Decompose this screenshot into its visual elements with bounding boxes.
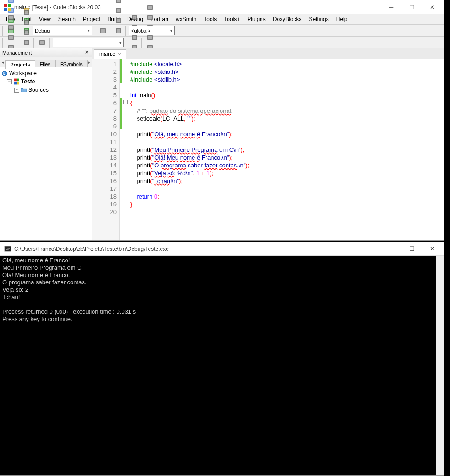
sel-back-button[interactable] xyxy=(129,12,139,22)
maximize-button[interactable]: ☐ xyxy=(401,1,422,14)
doxy-button[interactable] xyxy=(22,38,32,48)
editor-tab-close-icon[interactable]: × xyxy=(118,51,121,57)
tree-project[interactable]: − Teste xyxy=(1,77,91,86)
menu-project[interactable]: Project xyxy=(79,15,104,23)
console-titlebar[interactable]: C:\ C:\Users\Franco\Desktop\cb\Projeto\T… xyxy=(0,242,444,256)
management-panel: Management × ◂ ProjectsFilesFSymbols ▸ W… xyxy=(0,48,92,240)
svg-rect-71 xyxy=(25,21,28,24)
menubar: FileEditViewSearchProjectBuildDebugFortr… xyxy=(0,14,444,24)
cursor-button[interactable] xyxy=(145,2,155,12)
minimize-button[interactable]: ─ xyxy=(381,1,401,14)
search-combo[interactable] xyxy=(53,38,124,47)
fold-column[interactable]: − xyxy=(122,59,128,240)
menu-wxsmith[interactable]: wxSmith xyxy=(172,15,200,23)
editor-area: main.c × 1234567891011121314151617181920… xyxy=(92,48,444,240)
step-into-button[interactable] xyxy=(113,6,123,16)
folder-icon xyxy=(21,87,27,93)
codeblocks-main-window: main.c [Teste] - Code::Blocks 20.03 ─ ☐ … xyxy=(0,0,444,241)
code-editor[interactable]: 1234567891011121314151617181920 − #inclu… xyxy=(92,59,444,240)
menu-doxyblocks[interactable]: DoxyBlocks xyxy=(269,15,306,23)
console-output[interactable]: Olá, meu nome é Franco! Meu Primeiro Pro… xyxy=(0,256,444,475)
bookmark-toggle-button[interactable] xyxy=(6,33,16,43)
nav-fwd-button[interactable] xyxy=(6,22,16,33)
tree-project-expander[interactable]: − xyxy=(7,79,12,84)
menu-settings[interactable]: Settings xyxy=(305,15,332,23)
svg-rect-41 xyxy=(117,9,120,12)
console-maximize-button[interactable]: ☐ xyxy=(401,243,422,255)
svg-rect-75 xyxy=(25,41,28,44)
svg-rect-43 xyxy=(117,19,120,22)
svg-rect-33 xyxy=(101,29,105,33)
console-text: Olá, meu nome é Franco! Meu Primeiro Pro… xyxy=(2,257,136,322)
mgmt-tabs-scroll-left[interactable]: ◂ xyxy=(0,58,5,67)
console-scrollbar[interactable] xyxy=(436,256,444,475)
management-close-icon[interactable]: × xyxy=(83,49,90,55)
step-out-button[interactable] xyxy=(113,16,123,26)
main-titlebar[interactable]: main.c [Teste] - Code::Blocks 20.03 ─ ☐ … xyxy=(0,0,444,14)
win1-button[interactable] xyxy=(145,12,155,22)
fold-toggle[interactable]: − xyxy=(123,100,128,104)
show-target-button[interactable] xyxy=(98,26,108,36)
svg-rect-85 xyxy=(40,41,44,44)
next-instr-button[interactable] xyxy=(113,26,123,36)
project-tree[interactable]: Workspace − Teste + Sources xyxy=(0,67,92,240)
menu-search[interactable]: Search xyxy=(55,15,79,23)
svg-rect-73 xyxy=(25,31,28,34)
app-icon xyxy=(4,4,11,11)
console-window: C:\ C:\Users\Franco\Desktop\cb\Projeto\T… xyxy=(0,242,444,476)
toolbar-row-1: Debug <global> xyxy=(0,24,444,36)
close-button[interactable]: ✕ xyxy=(422,1,443,14)
menu-tools[interactable]: Tools xyxy=(200,15,220,23)
editor-tab-label: main.c xyxy=(99,51,115,57)
svg-rect-57 xyxy=(9,16,13,19)
main-title: main.c [Teste] - Code::Blocks 20.03 xyxy=(14,4,381,11)
svg-rect-89 xyxy=(133,16,136,19)
console-title: C:\Users\Franco\Desktop\cb\Projeto\Teste… xyxy=(14,246,381,252)
build-target-combo[interactable]: Debug xyxy=(33,26,92,35)
svg-rect-69 xyxy=(25,11,28,14)
mgmt-tab-projects[interactable]: Projects xyxy=(5,60,35,69)
editor-tab-main-c[interactable]: main.c × xyxy=(94,49,126,59)
management-tabs: ◂ ProjectsFilesFSymbols ▸ xyxy=(0,57,92,67)
svg-rect-5 xyxy=(9,0,13,2)
svg-rect-93 xyxy=(133,36,136,39)
console-icon: C:\ xyxy=(4,245,11,253)
tree-sources-expander[interactable]: + xyxy=(14,88,19,93)
mgmt-tabs-scroll-right[interactable]: ▸ xyxy=(87,58,92,67)
refresh-button[interactable] xyxy=(22,17,32,28)
tree-sources-folder[interactable]: + Sources xyxy=(1,86,91,94)
menu-tools[interactable]: Tools+ xyxy=(220,15,244,23)
intellisense-button[interactable] xyxy=(22,7,32,17)
project-icon xyxy=(13,78,20,85)
tree-workspace[interactable]: Workspace xyxy=(1,69,91,77)
code-content[interactable]: #include <locale.h>#include <stdio.h>#in… xyxy=(128,59,444,240)
menu-view[interactable]: View xyxy=(35,15,55,23)
management-title: Management xyxy=(2,50,32,55)
tree-workspace-label: Workspace xyxy=(9,70,37,77)
console-minimize-button[interactable]: ─ xyxy=(381,243,401,255)
tree-sources-label: Sources xyxy=(28,87,49,93)
management-header[interactable]: Management × xyxy=(0,48,92,57)
svg-rect-59 xyxy=(9,26,13,29)
next-line-button[interactable] xyxy=(113,0,123,6)
nav-back-button[interactable] xyxy=(6,12,16,22)
svg-rect-103 xyxy=(148,16,152,19)
tree-project-label: Teste xyxy=(21,78,35,85)
comment-block-button[interactable] xyxy=(22,28,32,38)
svg-rect-45 xyxy=(117,29,120,33)
jump-line-button[interactable] xyxy=(37,38,47,48)
menu-plugins[interactable]: Plugins xyxy=(244,15,269,23)
menu-help[interactable]: Help xyxy=(333,15,351,23)
workspace-icon xyxy=(1,70,8,77)
svg-rect-107 xyxy=(148,36,152,39)
svg-rect-61 xyxy=(9,36,13,39)
svg-text:C:\: C:\ xyxy=(6,247,11,251)
scope-combo[interactable]: <global> xyxy=(129,26,175,35)
svg-point-116 xyxy=(2,71,7,76)
editor-tab-bar: main.c × xyxy=(92,48,444,59)
console-close-button[interactable]: ✕ xyxy=(422,243,443,255)
line-number-gutter: 1234567891011121314151617181920 xyxy=(92,59,120,240)
svg-rect-101 xyxy=(148,6,152,9)
toolbar-row-2 xyxy=(0,36,444,48)
svg-rect-39 xyxy=(117,0,120,2)
